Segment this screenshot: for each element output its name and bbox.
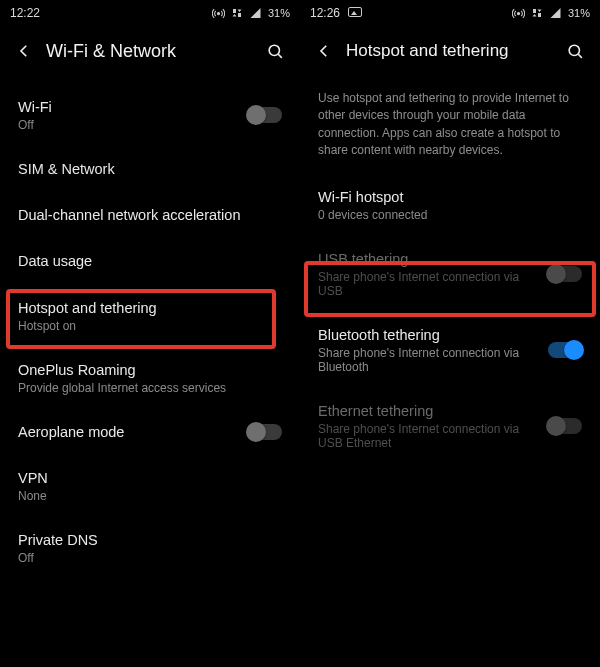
svg-point-3 [269, 45, 279, 55]
label: Wi-Fi hotspot [318, 188, 582, 206]
svg-point-4 [517, 12, 519, 14]
wifi-toggle[interactable] [248, 107, 282, 123]
data-icon [231, 7, 243, 19]
header: Hotspot and tethering [300, 26, 600, 80]
section-description: Use hotspot and tethering to provide Int… [300, 80, 600, 174]
settings-list: Wi-Fi hotspot 0 devices connected USB te… [300, 174, 600, 475]
row-hotspot-tethering[interactable]: Hotspot and tethering Hotspot on [0, 285, 300, 347]
label: Aeroplane mode [18, 423, 238, 441]
status-battery: 31% [268, 7, 290, 19]
screen-hotspot-tethering: 12:26 31% Hotspot and tetherin [300, 0, 600, 667]
picture-icon [348, 6, 362, 20]
back-icon[interactable] [14, 41, 34, 61]
hotspot-icon [512, 7, 525, 20]
svg-point-7 [569, 45, 579, 55]
row-wifi-hotspot[interactable]: Wi-Fi hotspot 0 devices connected [300, 174, 600, 236]
sub: Share phone's Internet connection via Bl… [318, 346, 538, 374]
status-battery: 31% [568, 7, 590, 19]
header: Wi-Fi & Network [0, 26, 300, 80]
svg-rect-2 [238, 13, 241, 17]
sub: None [18, 489, 282, 503]
search-icon[interactable] [564, 40, 586, 62]
signal-icon [249, 7, 262, 19]
ethernet-tether-toggle [548, 418, 582, 434]
sub: Off [18, 551, 282, 565]
hotspot-icon [212, 7, 225, 20]
svg-rect-1 [233, 9, 236, 13]
sub: Provide global Internet access services [18, 381, 282, 395]
status-time: 12:22 [10, 6, 40, 20]
label: OnePlus Roaming [18, 361, 282, 379]
label: VPN [18, 469, 282, 487]
svg-rect-6 [538, 13, 541, 17]
label: Private DNS [18, 531, 282, 549]
label: USB tethering [318, 250, 538, 268]
row-dual-channel[interactable]: Dual-channel network acceleration [0, 192, 300, 238]
aeroplane-toggle[interactable] [248, 424, 282, 440]
data-icon [531, 7, 543, 19]
label: Data usage [18, 252, 282, 270]
page-title: Hotspot and tethering [346, 41, 564, 61]
label: SIM & Network [18, 160, 282, 178]
label: Ethernet tethering [318, 402, 538, 420]
status-bar: 12:22 31% [0, 0, 300, 26]
row-sim-network[interactable]: SIM & Network [0, 146, 300, 192]
row-wifi[interactable]: Wi-Fi Off [0, 80, 300, 146]
svg-rect-5 [533, 9, 536, 13]
signal-icon [549, 7, 562, 19]
usb-tether-toggle [548, 266, 582, 282]
sub: Hotspot on [18, 319, 282, 333]
row-bluetooth-tethering[interactable]: Bluetooth tethering Share phone's Intern… [300, 312, 600, 388]
row-oneplus-roaming[interactable]: OnePlus Roaming Provide global Internet … [0, 347, 300, 409]
svg-point-0 [217, 12, 219, 14]
bluetooth-tether-toggle[interactable] [548, 342, 582, 358]
row-ethernet-tethering: Ethernet tethering Share phone's Interne… [300, 388, 600, 464]
settings-list: Wi-Fi Off SIM & Network Dual-channel net… [0, 80, 300, 589]
status-bar: 12:26 31% [300, 0, 600, 26]
row-usb-tethering: USB tethering Share phone's Internet con… [300, 236, 600, 312]
label: Dual-channel network acceleration [18, 206, 282, 224]
label: Hotspot and tethering [18, 299, 282, 317]
sub: Share phone's Internet connection via US… [318, 270, 538, 298]
back-icon[interactable] [314, 41, 334, 61]
sub: 0 devices connected [318, 208, 582, 222]
screen-wifi-network: 12:22 31% Wi-Fi & Network [0, 0, 300, 667]
status-time: 12:26 [310, 6, 340, 20]
row-data-usage[interactable]: Data usage [0, 238, 300, 284]
row-vpn[interactable]: VPN None [0, 455, 300, 517]
sub: Share phone's Internet connection via US… [318, 422, 538, 450]
row-aeroplane-mode[interactable]: Aeroplane mode [0, 409, 300, 455]
search-icon[interactable] [264, 40, 286, 62]
sub: Off [18, 118, 238, 132]
row-private-dns[interactable]: Private DNS Off [0, 517, 300, 579]
page-title: Wi-Fi & Network [46, 41, 264, 62]
label: Wi-Fi [18, 98, 238, 116]
label: Bluetooth tethering [318, 326, 538, 344]
